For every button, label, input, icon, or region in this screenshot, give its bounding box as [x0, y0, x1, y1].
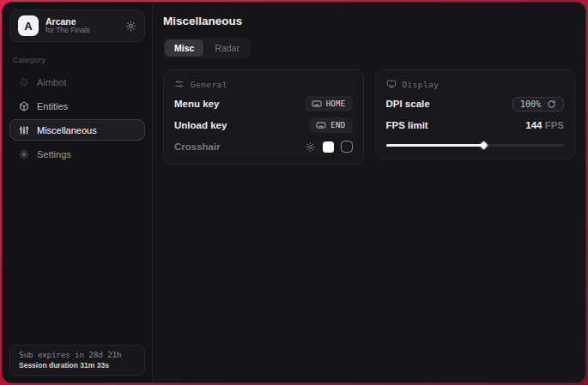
- tab-bar: Misc Radar: [163, 38, 251, 58]
- menu-key-binding[interactable]: HOME: [305, 96, 353, 111]
- dpi-scale-row: DPI scale 100%: [386, 97, 565, 111]
- sidebar-item-entities[interactable]: Entities: [9, 95, 145, 117]
- display-panel-title: Display: [403, 80, 439, 89]
- fps-slider-fill: [386, 144, 484, 147]
- fps-unit: FPS: [542, 120, 564, 130]
- menu-key-label: Menu key: [174, 99, 219, 109]
- menu-key-row: Menu key HOME: [174, 97, 353, 111]
- crosshair-color-swatch[interactable]: [323, 141, 334, 153]
- page-title: Miscellaneous: [163, 15, 575, 27]
- keyboard-icon: [312, 99, 322, 109]
- logo-mark: A: [18, 15, 39, 36]
- general-panel: General Menu key HOME: [163, 69, 364, 165]
- display-panel-header: Display: [386, 79, 565, 89]
- subscription-card: Sub expires in 28d 21h Session duration …: [9, 345, 145, 376]
- sub-expiry-text: Sub expires in 28d 21h: [19, 350, 136, 359]
- sidebar-item-label: Aimbot: [37, 77, 66, 87]
- sidebar-item-settings[interactable]: Settings: [9, 143, 145, 165]
- sidebar-nav: Aimbot Entities: [9, 71, 145, 165]
- refresh-icon: [547, 99, 556, 109]
- gear-icon: [19, 149, 29, 159]
- sidebar-item-aimbot[interactable]: Aimbot: [9, 71, 145, 93]
- monitor-icon: [386, 79, 397, 89]
- crosshair-label: Crosshair: [174, 141, 221, 152]
- gear-icon[interactable]: [305, 141, 316, 153]
- general-panel-header: General: [174, 79, 353, 89]
- gear-icon[interactable]: [125, 21, 136, 32]
- fps-limit-row: FPS limit 144 FPS: [386, 118, 565, 132]
- main-content: Miscellaneous Misc Radar General: [153, 3, 585, 382]
- dpi-scale-label: DPI scale: [386, 99, 430, 109]
- sidebar: A Arcane for The Finals Category: [3, 3, 153, 382]
- tab-radar[interactable]: Radar: [205, 39, 249, 57]
- fps-limit-slider[interactable]: [386, 141, 565, 148]
- general-panel-title: General: [191, 80, 227, 89]
- app-subtitle: for The Finals: [45, 27, 118, 35]
- category-label: Category: [13, 56, 142, 64]
- cube-icon: [19, 101, 29, 111]
- panels-row: General Menu key HOME: [163, 69, 575, 165]
- keyboard-icon: [316, 120, 326, 130]
- sidebar-item-label: Miscellaneous: [37, 125, 97, 135]
- sidebar-item-miscellaneous[interactable]: Miscellaneous: [9, 119, 145, 141]
- sliders-icon: [174, 79, 185, 89]
- logo-card: A Arcane for The Finals: [9, 9, 145, 42]
- dpi-scale-select[interactable]: 100%: [512, 97, 564, 111]
- app-window: A Arcane for The Finals Category: [2, 2, 586, 383]
- dpi-scale-value: 100%: [520, 99, 541, 109]
- unload-key-label: Unload key: [174, 120, 227, 130]
- display-panel: Display DPI scale 100%: [375, 69, 576, 159]
- sliders-icon: [19, 125, 29, 135]
- fps-limit-value: 144 FPS: [525, 120, 564, 130]
- sidebar-item-label: Settings: [37, 149, 71, 159]
- session-duration-text: Session duration 31m 33s: [19, 361, 136, 370]
- unload-key-row: Unload key END: [174, 118, 353, 132]
- tab-misc[interactable]: Misc: [165, 39, 203, 57]
- unload-key-binding[interactable]: END: [309, 117, 352, 133]
- fps-limit-label: FPS limit: [386, 120, 428, 130]
- unload-key-value: END: [330, 121, 345, 129]
- fps-slider-thumb[interactable]: [479, 141, 488, 150]
- crosshair-controls: [305, 141, 353, 153]
- crosshair-icon: [19, 77, 29, 87]
- logo-text: Arcane for The Finals: [45, 16, 118, 35]
- crosshair-row: Crosshair: [174, 140, 353, 153]
- crosshair-checkbox[interactable]: [341, 141, 353, 153]
- sidebar-item-label: Entities: [37, 101, 68, 111]
- menu-key-value: HOME: [326, 99, 346, 108]
